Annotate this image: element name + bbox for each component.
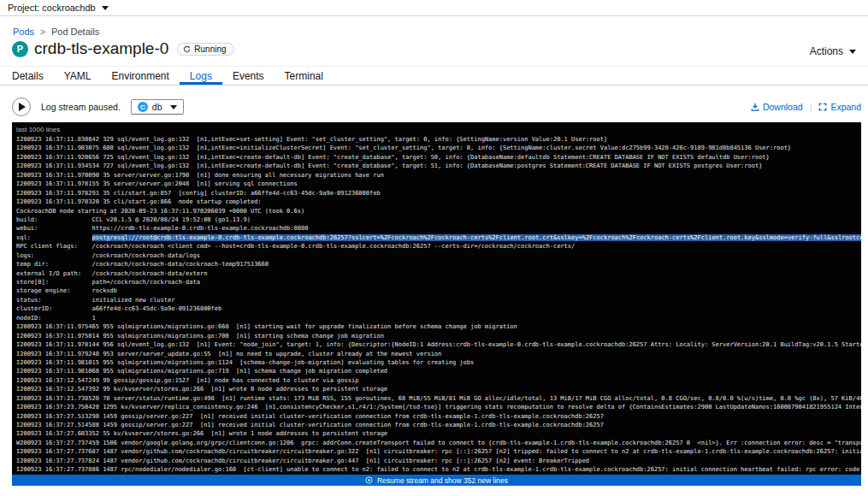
log-line: temp dir: /cockroach/cockroach-data/cock… — [16, 260, 861, 269]
chevron-down-icon — [102, 6, 109, 10]
log-line: I200923 16:37:11.981015 955 sqlmigration… — [16, 358, 861, 367]
log-line: build: CCL v20.1.5 @ 2020/08/24 19:52:08… — [16, 216, 861, 224]
play-circle-icon — [365, 476, 373, 484]
log-line: I200923 16:37:11.903075 680 sql/event_lo… — [16, 144, 861, 152]
log-line: store[0]: path=/cockroach/cockroach-data — [16, 278, 861, 286]
log-line: sql: postgresql://root@crdb-tls-example-… — [16, 233, 861, 242]
log-line: W200923 16:37:27.737459 1506 vendor/goog… — [16, 439, 861, 447]
log-line: I200923 16:37:11.979248 953 server/serve… — [16, 350, 861, 358]
download-log-button[interactable]: Download — [751, 102, 803, 112]
actions-dropdown[interactable]: Actions — [810, 45, 856, 57]
tab-bar: Details YAML Environment Logs Events Ter… — [0, 66, 868, 86]
log-line: I200923 16:37:11.978144 956 sql/event_lo… — [16, 340, 861, 349]
log-toolbar: Log stream paused. C db Download | Expan… — [12, 94, 861, 120]
log-line: I200923 16:37:11.978155 35 server/server… — [16, 180, 861, 188]
log-line: I200923 16:37:11.970090 35 server/server… — [16, 171, 861, 180]
log-line: storage engine: rocksdb — [16, 286, 861, 295]
sync-icon — [183, 45, 191, 53]
log-line-count: last 1000 lines — [16, 125, 861, 135]
tab-yaml[interactable]: YAML — [54, 67, 102, 85]
log-line: I200923 16:37:11.975814 955 sqlmigration… — [16, 332, 861, 340]
actions-dropdown-label: Actions — [810, 45, 843, 57]
project-bar: Project: cockroachdb — [0, 0, 868, 16]
tab-details[interactable]: Details — [2, 67, 54, 85]
chevron-down-icon — [170, 105, 177, 109]
log-line: nodeID: 1 — [16, 314, 861, 322]
project-selector[interactable]: Project: cockroachdb — [8, 3, 109, 13]
log-line: CockroachDB node starting at 2020-09-23 … — [16, 207, 861, 216]
log-lines: I200923 16:37:11.830842 329 sql/event_lo… — [16, 135, 861, 475]
expand-log-button[interactable]: Expand — [818, 102, 861, 112]
log-line: I200923 16:37:11.975465 955 sqlmigration… — [16, 322, 861, 331]
log-line: I200923 16:37:11.934534 727 sql/event_lo… — [16, 162, 861, 170]
tab-terminal[interactable]: Terminal — [275, 67, 334, 85]
log-line: I200923 16:37:23.750428 1295 kv/kvserver… — [16, 403, 861, 411]
log-line: I200923 16:37:12.547249 99 gossip/gossip… — [16, 376, 861, 385]
chevron-down-icon — [849, 50, 856, 54]
log-line: I200923 16:37:27.737824 1487 vendor/gith… — [16, 457, 861, 465]
breadcrumb-pods-link[interactable]: Pods — [13, 27, 34, 37]
log-line: I200923 16:37:11.981068 955 sqlmigration… — [16, 367, 861, 375]
log-line: logs: /cockroach/cockroach-data/logs — [16, 251, 861, 260]
container-select[interactable]: C db — [131, 99, 184, 115]
log-line: I200923 16:37:27.737687 1487 vendor/gith… — [16, 447, 861, 456]
project-selector-label: Project: cockroachdb — [8, 3, 96, 13]
log-line: I200923 16:37:11.978320 35 cli/start.go:… — [16, 198, 861, 206]
log-line: I200923 16:37:11.920656 725 sql/event_lo… — [16, 153, 861, 162]
page-title: crdb-tls-example-0 — [34, 39, 168, 58]
log-line: status: initialized new cluster — [16, 296, 861, 304]
expand-label: Expand — [830, 102, 861, 112]
resume-stream-label: Resume stream and show 352 new lines — [377, 476, 508, 485]
expand-icon — [818, 103, 827, 111]
pod-resource-icon: P — [12, 41, 28, 57]
breadcrumb: Pods > Pod Details — [13, 27, 99, 37]
log-line: I200923 16:37:27.603352 55 kv/kvserver/s… — [16, 429, 861, 438]
breadcrumb-current: Pod Details — [51, 27, 99, 37]
log-toolbar-actions: Download | Expand — [751, 102, 861, 112]
log-line: external I/O path: /cockroach/cockroach-… — [16, 269, 861, 278]
selected-log-text: postgresql://root@crdb-tls-example-0.crd… — [92, 234, 861, 241]
log-line: I200923 16:37:12.547392 99 kv/kvserver/s… — [16, 385, 861, 393]
status-badge: Running — [177, 43, 233, 56]
log-line: RPC client flags: /cockroach/cockroach <… — [16, 242, 861, 251]
log-line: clusterID: a66ffe4d-cc63-45dc-9a9e-09123… — [16, 304, 861, 313]
log-line: I200923 16:37:27.737886 1487 rpc/nodedia… — [16, 465, 861, 474]
log-line: I200923 16:37:11.978291 35 cli/start.go:… — [16, 189, 861, 198]
status-badge-label: Running — [194, 44, 226, 54]
log-line: I200923 16:37:27.514588 1459 gossip/serv… — [16, 421, 861, 429]
tab-logs[interactable]: Logs — [180, 67, 222, 85]
container-resource-icon: C — [138, 102, 148, 112]
resume-stream-bar[interactable]: Resume stream and show 352 new lines — [12, 475, 861, 486]
play-icon — [19, 103, 26, 111]
container-select-value: db — [152, 102, 162, 112]
title-row: P crdb-tls-example-0 Running — [12, 39, 234, 58]
breadcrumb-separator: > — [40, 27, 45, 37]
resume-log-stream-button[interactable] — [12, 97, 31, 116]
toolbar-divider: | — [810, 102, 812, 112]
tab-events[interactable]: Events — [222, 67, 275, 85]
log-stream-status: Log stream paused. — [41, 102, 121, 112]
download-label: Download — [763, 102, 803, 112]
log-line: I200923 16:37:27.513290 1459 gossip/serv… — [16, 412, 861, 421]
pod-details-page: Project: cockroachdb Pods > Pod Details … — [0, 0, 868, 496]
log-line: webui: https://crdb-tls-example-0.crdb-t… — [16, 224, 861, 233]
log-line: I200923 16:37:21.738520 78 server/status… — [16, 394, 861, 403]
download-icon — [751, 103, 759, 111]
log-line: I200923 16:37:11.830842 329 sql/event_lo… — [16, 135, 861, 144]
log-viewer[interactable]: last 1000 lines I200923 16:37:11.830842 … — [12, 122, 861, 475]
tab-environment[interactable]: Environment — [101, 67, 179, 85]
